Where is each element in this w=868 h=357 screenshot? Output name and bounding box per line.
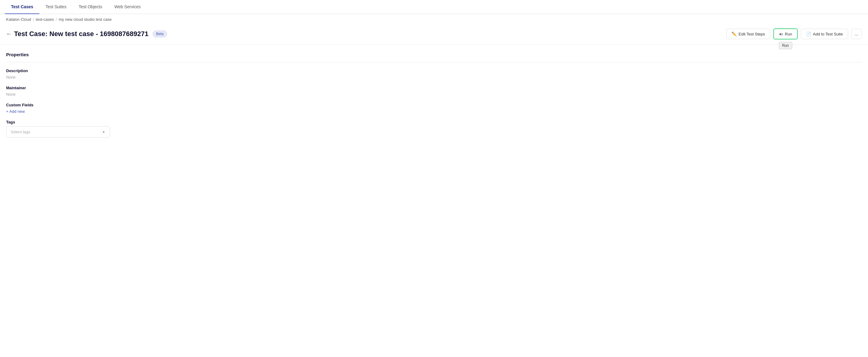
properties-section-title: Properties bbox=[6, 52, 862, 57]
edit-test-steps-button[interactable]: ✏️ Edit Test Steps bbox=[726, 29, 770, 39]
select-tags-placeholder: Select tags bbox=[11, 129, 30, 134]
page-title: Test Case: New test case - 1698087689271 bbox=[14, 30, 149, 38]
breadcrumb-sep-2: / bbox=[56, 17, 57, 22]
run-button-container: ⏯ Run Run bbox=[773, 28, 798, 39]
custom-fields-section: Custom Fields + Add new bbox=[6, 103, 862, 114]
tab-test-objects[interactable]: Test Objects bbox=[72, 0, 108, 14]
edit-test-steps-label: Edit Test Steps bbox=[739, 32, 765, 36]
header-actions: ✏️ Edit Test Steps ⏯ Run Run 📄 Add to Te… bbox=[726, 28, 862, 39]
file-icon: 📄 bbox=[806, 31, 811, 36]
beta-badge: Beta bbox=[153, 31, 167, 37]
run-button-label: Run bbox=[785, 32, 792, 36]
tab-web-services[interactable]: Web Services bbox=[108, 0, 147, 14]
breadcrumb-part-current[interactable]: my new cloud studio test case bbox=[59, 17, 112, 22]
properties-divider bbox=[6, 62, 862, 62]
back-button[interactable]: ← bbox=[6, 30, 14, 38]
run-tooltip: Run bbox=[779, 42, 792, 49]
add-new-button[interactable]: + Add new bbox=[6, 109, 25, 114]
tab-test-cases[interactable]: Test Cases bbox=[5, 0, 39, 14]
maintainer-label: Maintainer bbox=[6, 86, 862, 90]
more-options-button[interactable]: ... bbox=[851, 29, 862, 39]
pencil-icon: ✏️ bbox=[732, 31, 737, 36]
add-to-test-suite-button[interactable]: 📄 Add to Test Suite bbox=[801, 29, 848, 39]
maintainer-value: None bbox=[6, 92, 862, 97]
content-area: Properties Description None Maintainer N… bbox=[0, 44, 868, 145]
breadcrumb-part-test-cases[interactable]: test-cases bbox=[36, 17, 54, 22]
tags-label: Tags bbox=[6, 120, 862, 124]
breadcrumb: Katalon Cloud / test-cases / my new clou… bbox=[0, 14, 868, 25]
select-tags-dropdown[interactable]: Select tags ▼ bbox=[6, 126, 110, 138]
run-circle-icon: ⏯ bbox=[779, 31, 783, 36]
run-button[interactable]: ⏯ Run bbox=[773, 28, 798, 39]
ellipsis-icon: ... bbox=[855, 31, 859, 37]
description-value: None bbox=[6, 75, 862, 80]
top-navigation: Test Cases Test Suites Test Objects Web … bbox=[0, 0, 868, 14]
chevron-down-icon: ▼ bbox=[102, 130, 105, 134]
breadcrumb-part-katalon[interactable]: Katalon Cloud bbox=[6, 17, 31, 22]
breadcrumb-sep-1: / bbox=[33, 17, 34, 22]
page-header: ← Test Case: New test case - 16980876892… bbox=[0, 25, 868, 44]
tab-test-suites[interactable]: Test Suites bbox=[39, 0, 72, 14]
add-to-suite-label: Add to Test Suite bbox=[813, 32, 843, 36]
tags-section: Tags Select tags ▼ bbox=[6, 120, 862, 138]
description-label: Description bbox=[6, 68, 862, 73]
custom-fields-label: Custom Fields bbox=[6, 103, 862, 107]
